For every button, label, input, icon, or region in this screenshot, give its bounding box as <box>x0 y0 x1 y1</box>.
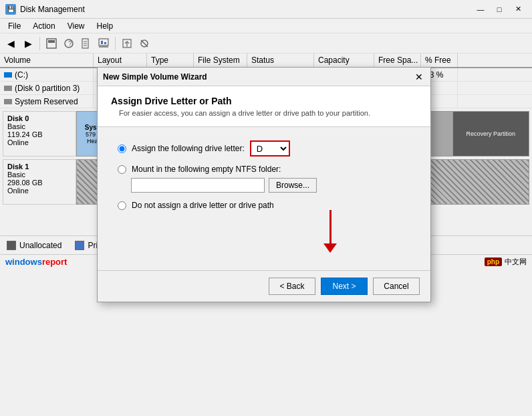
col-header-status[interactable]: Status <box>247 54 314 67</box>
td-volume: (Disk 0 partition 3) <box>0 82 94 94</box>
col-header-freespace[interactable]: Free Spa... <box>374 54 421 67</box>
col-header-type[interactable]: Type <box>147 54 194 67</box>
radio-item-3: Do not assign a drive letter or drive pa… <box>118 201 410 210</box>
wizard-title-bar: New Simple Volume Wizard ✕ <box>98 68 430 86</box>
maximize-button[interactable]: □ <box>491 3 508 15</box>
menu-file[interactable]: File <box>3 20 26 32</box>
php-text: 中文网 <box>505 257 527 267</box>
toolbar-sep1 <box>39 37 40 50</box>
radio-group: Assign the following drive letter: D E F… <box>118 140 410 210</box>
table-header: Volume Layout Type File System Status Ca… <box>0 54 532 68</box>
cancel-button[interactable]: Cancel <box>373 278 420 295</box>
toolbar-btn5[interactable] <box>119 35 135 51</box>
disk-label-0: Disk 0 Basic 119.24 GB Online <box>3 111 76 157</box>
wizard-subtitle: For easier access, you can assign a driv… <box>111 109 417 117</box>
legend-primary-box <box>75 241 84 250</box>
disk-size-0: 119.24 GB <box>7 130 72 138</box>
col-header-freepct[interactable]: % Free <box>421 54 458 67</box>
disk-label-1: Disk 1 Basic 298.08 GB Online <box>3 159 76 205</box>
legend-unalloc-box <box>7 241 16 250</box>
app-icon: 💾 <box>5 4 16 15</box>
radio-label-2: Mount in the following empty NTFS folder… <box>132 165 281 174</box>
menu-bar: File Action View Help <box>0 19 532 33</box>
col-header-volume[interactable]: Volume <box>0 54 94 67</box>
svg-rect-11 <box>104 42 106 44</box>
toolbar-sep2 <box>115 37 116 50</box>
disk-status-1: Online <box>7 187 72 195</box>
wizard-content: Assign Drive Letter or Path For easier a… <box>98 86 430 302</box>
title-bar: 💾 Disk Management — □ ✕ <box>0 0 532 19</box>
wizard-body: Assign the following drive letter: D E F… <box>98 127 430 270</box>
legend-unalloc-label: Unallocated <box>19 241 61 250</box>
menu-view[interactable]: View <box>62 20 90 32</box>
toolbar-btn1[interactable] <box>43 35 59 51</box>
disk-size-1: 298.08 GB <box>7 179 72 187</box>
wizard-footer: < Back Next > Cancel <box>98 270 430 302</box>
toolbar-forward[interactable]: ▶ <box>20 35 36 51</box>
toolbar-back[interactable]: ◀ <box>3 35 19 51</box>
partition-recovery[interactable]: Recovery Partition <box>453 112 529 156</box>
disk-name-1: Disk 1 <box>7 163 72 171</box>
svg-rect-1 <box>48 40 55 43</box>
toolbar-btn2[interactable]: ? <box>61 35 77 51</box>
legend-unallocated: Unallocated <box>7 241 61 250</box>
toolbar-btn3[interactable] <box>78 35 94 51</box>
td-volume: (C:) <box>0 68 94 81</box>
col-header-capacity[interactable]: Capacity <box>314 54 374 67</box>
wizard-dialog: New Simple Volume Wizard ✕ Assign Drive … <box>97 67 431 302</box>
svg-rect-10 <box>101 41 103 44</box>
wizard-close-button[interactable]: ✕ <box>413 71 425 83</box>
wizard-header-section: Assign Drive Letter or Path For easier a… <box>98 86 430 127</box>
windows-report-label: windowsreport <box>5 257 67 267</box>
next-arrow <box>323 210 337 253</box>
toolbar-btn4[interactable] <box>96 35 112 51</box>
radio-item-1: Assign the following drive letter: D E F… <box>118 140 410 157</box>
col-header-layout[interactable]: Layout <box>94 54 147 67</box>
svg-text:?: ? <box>68 40 72 47</box>
menu-action[interactable]: Action <box>27 20 60 32</box>
radio-no-letter[interactable] <box>118 201 126 210</box>
menu-help[interactable]: Help <box>92 20 119 32</box>
td-volume: System Reserved <box>0 95 94 108</box>
wizard-title-text: New Simple Volume Wizard <box>103 72 207 82</box>
wizard-main-title: Assign Drive Letter or Path <box>111 96 417 106</box>
svg-rect-8 <box>99 39 108 45</box>
back-button[interactable]: < Back <box>269 278 315 295</box>
close-button[interactable]: ✕ <box>509 3 527 15</box>
col-header-fs[interactable]: File System <box>194 54 247 67</box>
toolbar: ◀ ▶ ? <box>0 33 532 54</box>
php-badge: php <box>485 257 502 266</box>
toolbar-btn6[interactable] <box>136 35 152 51</box>
vol-color-d0p3 <box>4 86 12 91</box>
window-title: Disk Management <box>20 5 85 14</box>
disk-name-0: Disk 0 <box>7 114 72 122</box>
radio-item-2: Mount in the following empty NTFS folder… <box>118 165 410 193</box>
minimize-button[interactable]: — <box>472 3 489 15</box>
browse-button[interactable]: Browse... <box>269 178 317 193</box>
radio-label-1: Assign the following drive letter: <box>132 144 245 153</box>
radio-assign-letter[interactable] <box>118 144 126 153</box>
vol-color-c <box>4 72 12 78</box>
vol-color-sr <box>4 99 12 104</box>
radio-mount-folder[interactable] <box>118 165 126 174</box>
radio-label-3: Do not assign a drive letter or drive pa… <box>132 201 274 210</box>
disk-type-0: Basic <box>7 122 72 130</box>
window-controls: — □ ✕ <box>472 3 527 15</box>
drive-letter-select[interactable]: D E F G <box>250 140 290 157</box>
next-button[interactable]: Next > <box>321 278 368 295</box>
folder-path-input[interactable] <box>131 178 265 193</box>
disk-status-0: Online <box>7 138 72 146</box>
disk-type-1: Basic <box>7 171 72 179</box>
